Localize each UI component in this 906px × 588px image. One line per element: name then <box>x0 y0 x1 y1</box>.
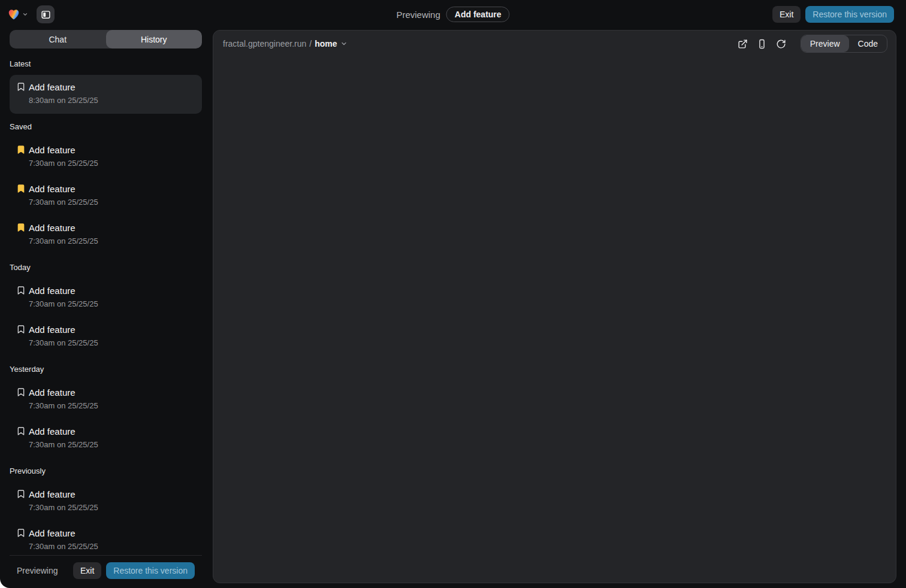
sidebar-footer: Previewing Exit Restore this version <box>10 555 202 588</box>
bookmark-icon <box>16 325 26 334</box>
bookmark-filled-icon <box>16 184 26 193</box>
footer-exit-button[interactable]: Exit <box>73 562 101 579</box>
view-toggle-preview[interactable]: Preview <box>801 35 849 52</box>
bookmark-icon <box>16 387 26 397</box>
item-time: 8:30am on 25/25/25 <box>29 95 98 105</box>
history-sidebar: ChatHistory LatestAdd feature8:30am on 2… <box>10 29 202 588</box>
history-section: TodayAdd feature7:30am on 25/25/25Add fe… <box>10 263 202 356</box>
lovable-heart-icon <box>7 8 20 21</box>
bookmark-icon <box>16 528 26 538</box>
item-title: Add feature <box>29 425 98 438</box>
section-header: Today <box>10 263 202 272</box>
history-item[interactable]: Add feature7:30am on 25/25/25 <box>10 177 202 216</box>
chevron-down-icon <box>340 40 348 47</box>
history-item[interactable]: Add feature7:30am on 25/25/25 <box>10 216 202 254</box>
refresh-icon <box>776 39 786 49</box>
item-title: Add feature <box>29 488 98 501</box>
version-history-overlay: Previewing Add feature Exit Restore this… <box>0 0 906 588</box>
topbar: Previewing Add feature Exit Restore this… <box>0 0 906 29</box>
bookmark-icon <box>16 489 26 499</box>
history-item[interactable]: Add feature7:30am on 25/25/25 <box>10 317 202 356</box>
chevron-down-icon <box>22 11 28 17</box>
item-time: 7:30am on 25/25/25 <box>29 197 98 207</box>
refresh-button[interactable] <box>773 35 790 52</box>
history-item[interactable]: Add feature7:30am on 25/25/25 <box>10 521 202 555</box>
bookmark-icon <box>16 286 26 295</box>
breadcrumb-separator: / <box>309 39 312 49</box>
preview-panel: fractal.gptengineer.run / home Previ <box>213 30 896 583</box>
history-item[interactable]: Add feature7:30am on 25/25/25 <box>10 482 202 521</box>
item-title: Add feature <box>29 81 98 93</box>
footer-restore-button[interactable]: Restore this version <box>106 562 195 579</box>
sidebar-tabs: ChatHistory <box>10 30 202 49</box>
sidebar-toggle-button[interactable] <box>37 5 55 23</box>
device-preview-button[interactable] <box>754 35 771 52</box>
view-toggle: PreviewCode <box>801 35 887 53</box>
bookmark-icon <box>16 426 26 436</box>
external-link-icon <box>738 39 748 49</box>
item-time: 7:30am on 25/25/25 <box>29 440 98 450</box>
item-title: Add feature <box>29 386 98 399</box>
section-header: Previously <box>10 466 202 476</box>
item-title: Add feature <box>29 144 98 156</box>
item-time: 7:30am on 25/25/25 <box>29 541 98 551</box>
breadcrumb[interactable]: fractal.gptengineer.run / home <box>223 39 348 49</box>
history-section: SavedAdd feature7:30am on 25/25/25Add fe… <box>10 122 202 254</box>
item-time: 7:30am on 25/25/25 <box>29 338 98 348</box>
history-list: LatestAdd feature8:30am on 25/25/25Saved… <box>10 49 202 555</box>
item-title: Add feature <box>29 527 98 539</box>
bookmark-filled-icon <box>16 223 26 232</box>
preview-viewport <box>213 57 896 583</box>
history-item[interactable]: Add feature7:30am on 25/25/25 <box>10 278 202 317</box>
workspace-menu[interactable] <box>7 8 28 21</box>
item-title: Add feature <box>29 284 98 297</box>
section-header: Yesterday <box>10 365 202 374</box>
tab-history[interactable]: History <box>106 30 203 49</box>
preview-panel-header: fractal.gptengineer.run / home Previ <box>213 31 896 57</box>
exit-button[interactable]: Exit <box>772 6 801 23</box>
breadcrumb-domain: fractal.gptengineer.run <box>223 39 306 49</box>
footer-status-label: Previewing <box>17 566 58 575</box>
item-title: Add feature <box>29 222 98 234</box>
history-item[interactable]: Add feature7:30am on 25/25/25 <box>10 380 202 419</box>
item-title: Add feature <box>29 323 98 336</box>
restore-version-button[interactable]: Restore this version <box>805 6 894 23</box>
tab-chat[interactable]: Chat <box>10 30 106 49</box>
open-in-new-tab-button[interactable] <box>735 35 751 52</box>
previewing-label: Previewing <box>396 10 440 20</box>
history-item[interactable]: Add feature8:30am on 25/25/25 <box>10 75 202 114</box>
history-item[interactable]: Add feature7:30am on 25/25/25 <box>10 419 202 458</box>
panel-left-icon <box>41 10 51 20</box>
item-time: 7:30am on 25/25/25 <box>29 401 98 411</box>
section-header: Latest <box>10 59 202 69</box>
item-time: 7:30am on 25/25/25 <box>29 502 98 513</box>
version-badge: Add feature <box>446 7 510 22</box>
history-item[interactable]: Add feature7:30am on 25/25/25 <box>10 138 202 177</box>
breadcrumb-page: home <box>315 39 337 49</box>
section-header: Saved <box>10 122 202 132</box>
bookmark-icon <box>16 82 26 92</box>
view-toggle-code[interactable]: Code <box>849 35 887 52</box>
item-time: 7:30am on 25/25/25 <box>29 236 98 246</box>
item-time: 7:30am on 25/25/25 <box>29 158 98 168</box>
smartphone-icon <box>757 39 767 49</box>
item-time: 7:30am on 25/25/25 <box>29 299 98 309</box>
history-section: LatestAdd feature8:30am on 25/25/25 <box>10 59 202 114</box>
history-section: PreviouslyAdd feature7:30am on 25/25/25A… <box>10 466 202 555</box>
history-section: YesterdayAdd feature7:30am on 25/25/25Ad… <box>10 365 202 458</box>
bookmark-filled-icon <box>16 145 26 154</box>
item-title: Add feature <box>29 183 98 195</box>
